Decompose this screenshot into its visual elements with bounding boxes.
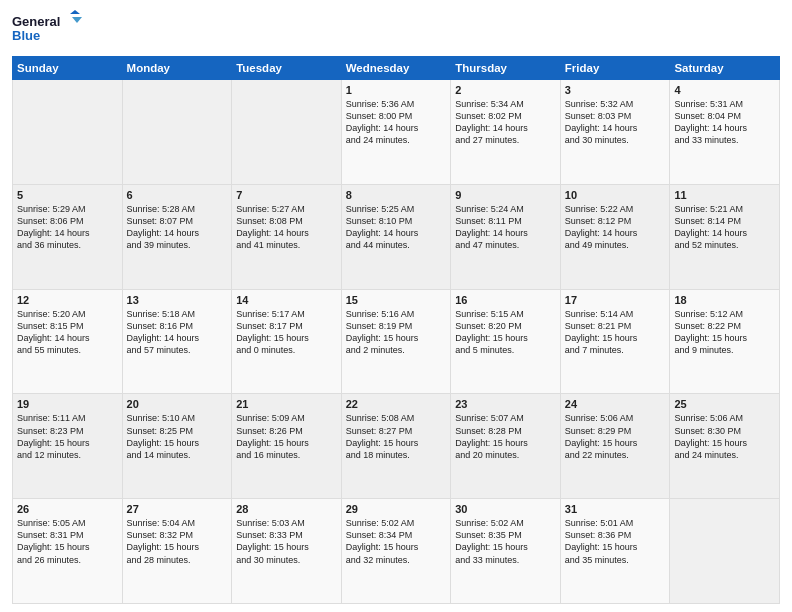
calendar-cell: 15Sunrise: 5:16 AM Sunset: 8:19 PM Dayli…: [341, 289, 451, 394]
day-content: Sunrise: 5:20 AM Sunset: 8:15 PM Dayligh…: [17, 308, 118, 357]
day-number: 29: [346, 503, 447, 515]
weekday-header-tuesday: Tuesday: [232, 57, 342, 80]
day-number: 4: [674, 84, 775, 96]
calendar-cell: 2Sunrise: 5:34 AM Sunset: 8:02 PM Daylig…: [451, 80, 561, 185]
day-number: 14: [236, 294, 337, 306]
day-content: Sunrise: 5:24 AM Sunset: 8:11 PM Dayligh…: [455, 203, 556, 252]
header: General Blue: [12, 10, 780, 50]
day-number: 30: [455, 503, 556, 515]
calendar-week-1: 1Sunrise: 5:36 AM Sunset: 8:00 PM Daylig…: [13, 80, 780, 185]
day-number: 21: [236, 398, 337, 410]
day-content: Sunrise: 5:29 AM Sunset: 8:06 PM Dayligh…: [17, 203, 118, 252]
calendar-cell: [122, 80, 232, 185]
day-content: Sunrise: 5:36 AM Sunset: 8:00 PM Dayligh…: [346, 98, 447, 147]
day-content: Sunrise: 5:08 AM Sunset: 8:27 PM Dayligh…: [346, 412, 447, 461]
day-content: Sunrise: 5:14 AM Sunset: 8:21 PM Dayligh…: [565, 308, 666, 357]
day-number: 5: [17, 189, 118, 201]
calendar-cell: 18Sunrise: 5:12 AM Sunset: 8:22 PM Dayli…: [670, 289, 780, 394]
calendar-cell: 14Sunrise: 5:17 AM Sunset: 8:17 PM Dayli…: [232, 289, 342, 394]
calendar-cell: 11Sunrise: 5:21 AM Sunset: 8:14 PM Dayli…: [670, 184, 780, 289]
calendar-cell: 19Sunrise: 5:11 AM Sunset: 8:23 PM Dayli…: [13, 394, 123, 499]
day-number: 28: [236, 503, 337, 515]
svg-text:Blue: Blue: [12, 28, 40, 43]
day-content: Sunrise: 5:16 AM Sunset: 8:19 PM Dayligh…: [346, 308, 447, 357]
day-content: Sunrise: 5:22 AM Sunset: 8:12 PM Dayligh…: [565, 203, 666, 252]
day-content: Sunrise: 5:34 AM Sunset: 8:02 PM Dayligh…: [455, 98, 556, 147]
day-content: Sunrise: 5:15 AM Sunset: 8:20 PM Dayligh…: [455, 308, 556, 357]
calendar-cell: 31Sunrise: 5:01 AM Sunset: 8:36 PM Dayli…: [560, 499, 670, 604]
weekday-header-wednesday: Wednesday: [341, 57, 451, 80]
calendar-cell: 7Sunrise: 5:27 AM Sunset: 8:08 PM Daylig…: [232, 184, 342, 289]
calendar-cell: 29Sunrise: 5:02 AM Sunset: 8:34 PM Dayli…: [341, 499, 451, 604]
day-number: 2: [455, 84, 556, 96]
day-content: Sunrise: 5:07 AM Sunset: 8:28 PM Dayligh…: [455, 412, 556, 461]
day-content: Sunrise: 5:02 AM Sunset: 8:34 PM Dayligh…: [346, 517, 447, 566]
day-number: 25: [674, 398, 775, 410]
logo: General Blue: [12, 10, 112, 50]
day-number: 15: [346, 294, 447, 306]
day-number: 16: [455, 294, 556, 306]
day-number: 26: [17, 503, 118, 515]
day-number: 20: [127, 398, 228, 410]
day-content: Sunrise: 5:03 AM Sunset: 8:33 PM Dayligh…: [236, 517, 337, 566]
day-number: 11: [674, 189, 775, 201]
calendar-cell: 8Sunrise: 5:25 AM Sunset: 8:10 PM Daylig…: [341, 184, 451, 289]
svg-marker-1: [72, 17, 82, 23]
day-number: 9: [455, 189, 556, 201]
calendar-cell: 1Sunrise: 5:36 AM Sunset: 8:00 PM Daylig…: [341, 80, 451, 185]
day-content: Sunrise: 5:01 AM Sunset: 8:36 PM Dayligh…: [565, 517, 666, 566]
day-content: Sunrise: 5:32 AM Sunset: 8:03 PM Dayligh…: [565, 98, 666, 147]
day-number: 3: [565, 84, 666, 96]
calendar-cell: 5Sunrise: 5:29 AM Sunset: 8:06 PM Daylig…: [13, 184, 123, 289]
day-content: Sunrise: 5:09 AM Sunset: 8:26 PM Dayligh…: [236, 412, 337, 461]
weekday-header-monday: Monday: [122, 57, 232, 80]
day-content: Sunrise: 5:27 AM Sunset: 8:08 PM Dayligh…: [236, 203, 337, 252]
day-number: 1: [346, 84, 447, 96]
day-number: 6: [127, 189, 228, 201]
day-content: Sunrise: 5:06 AM Sunset: 8:29 PM Dayligh…: [565, 412, 666, 461]
calendar-cell: 26Sunrise: 5:05 AM Sunset: 8:31 PM Dayli…: [13, 499, 123, 604]
day-number: 22: [346, 398, 447, 410]
calendar-cell: 6Sunrise: 5:28 AM Sunset: 8:07 PM Daylig…: [122, 184, 232, 289]
logo-svg: General Blue: [12, 10, 112, 46]
calendar-cell: [232, 80, 342, 185]
day-content: Sunrise: 5:18 AM Sunset: 8:16 PM Dayligh…: [127, 308, 228, 357]
calendar-cell: 25Sunrise: 5:06 AM Sunset: 8:30 PM Dayli…: [670, 394, 780, 499]
calendar-cell: 9Sunrise: 5:24 AM Sunset: 8:11 PM Daylig…: [451, 184, 561, 289]
day-content: Sunrise: 5:31 AM Sunset: 8:04 PM Dayligh…: [674, 98, 775, 147]
day-number: 10: [565, 189, 666, 201]
day-content: Sunrise: 5:21 AM Sunset: 8:14 PM Dayligh…: [674, 203, 775, 252]
calendar-cell: [670, 499, 780, 604]
day-number: 17: [565, 294, 666, 306]
logo-text: General Blue: [12, 10, 112, 50]
day-content: Sunrise: 5:02 AM Sunset: 8:35 PM Dayligh…: [455, 517, 556, 566]
calendar-week-5: 26Sunrise: 5:05 AM Sunset: 8:31 PM Dayli…: [13, 499, 780, 604]
day-content: Sunrise: 5:12 AM Sunset: 8:22 PM Dayligh…: [674, 308, 775, 357]
day-number: 31: [565, 503, 666, 515]
calendar-cell: 10Sunrise: 5:22 AM Sunset: 8:12 PM Dayli…: [560, 184, 670, 289]
day-content: Sunrise: 5:04 AM Sunset: 8:32 PM Dayligh…: [127, 517, 228, 566]
weekday-header-saturday: Saturday: [670, 57, 780, 80]
svg-marker-0: [70, 10, 80, 14]
calendar-cell: [13, 80, 123, 185]
day-content: Sunrise: 5:11 AM Sunset: 8:23 PM Dayligh…: [17, 412, 118, 461]
day-content: Sunrise: 5:10 AM Sunset: 8:25 PM Dayligh…: [127, 412, 228, 461]
weekday-header-thursday: Thursday: [451, 57, 561, 80]
calendar-table: SundayMondayTuesdayWednesdayThursdayFrid…: [12, 56, 780, 604]
calendar-cell: 4Sunrise: 5:31 AM Sunset: 8:04 PM Daylig…: [670, 80, 780, 185]
day-content: Sunrise: 5:06 AM Sunset: 8:30 PM Dayligh…: [674, 412, 775, 461]
calendar-cell: 28Sunrise: 5:03 AM Sunset: 8:33 PM Dayli…: [232, 499, 342, 604]
day-number: 8: [346, 189, 447, 201]
day-content: Sunrise: 5:05 AM Sunset: 8:31 PM Dayligh…: [17, 517, 118, 566]
svg-text:General: General: [12, 14, 60, 29]
calendar-cell: 12Sunrise: 5:20 AM Sunset: 8:15 PM Dayli…: [13, 289, 123, 394]
calendar-cell: 30Sunrise: 5:02 AM Sunset: 8:35 PM Dayli…: [451, 499, 561, 604]
calendar-header: SundayMondayTuesdayWednesdayThursdayFrid…: [13, 57, 780, 80]
calendar-cell: 3Sunrise: 5:32 AM Sunset: 8:03 PM Daylig…: [560, 80, 670, 185]
calendar-cell: 17Sunrise: 5:14 AM Sunset: 8:21 PM Dayli…: [560, 289, 670, 394]
day-content: Sunrise: 5:25 AM Sunset: 8:10 PM Dayligh…: [346, 203, 447, 252]
day-content: Sunrise: 5:28 AM Sunset: 8:07 PM Dayligh…: [127, 203, 228, 252]
calendar-cell: 21Sunrise: 5:09 AM Sunset: 8:26 PM Dayli…: [232, 394, 342, 499]
weekday-header-friday: Friday: [560, 57, 670, 80]
day-content: Sunrise: 5:17 AM Sunset: 8:17 PM Dayligh…: [236, 308, 337, 357]
